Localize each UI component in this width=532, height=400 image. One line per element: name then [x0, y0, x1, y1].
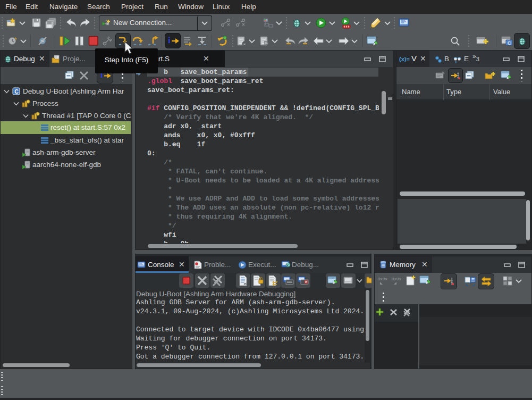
svg-text:C: C	[14, 88, 19, 95]
svg-text:0x0x: 0x0x	[378, 277, 388, 281]
svg-text:0x0x: 0x0x	[392, 277, 402, 281]
svg-text:C: C	[508, 40, 511, 46]
